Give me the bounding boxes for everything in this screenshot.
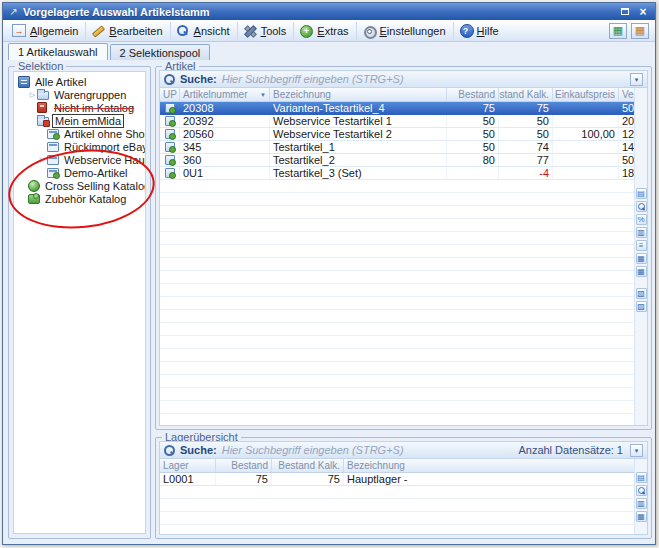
column-header-bezeichnung[interactable]: Bezeichnung — [270, 88, 447, 101]
selection-tree: Alle Artikel▷WarengruppenNicht im Katalo… — [13, 71, 146, 534]
cell-up — [160, 102, 180, 114]
cell-bezeichnung: Webservice Testartikel 2 — [270, 128, 447, 140]
artikel-search-bar[interactable]: Suche: Hier Suchbegriff eingeben (STRG+S… — [160, 71, 647, 88]
article-icon — [165, 142, 175, 152]
list-icon[interactable]: ≡ — [636, 240, 647, 251]
tab-selektionspool[interactable]: 2 Selektionspool — [110, 44, 211, 60]
table-icon[interactable]: ▦ — [636, 511, 647, 522]
table-row[interactable]: 345Testartikel_1507414 — [160, 141, 634, 154]
expand-icon[interactable]: ▷ — [28, 88, 37, 101]
tree-item-alle-artikel[interactable]: Alle Artikel — [14, 75, 145, 88]
column-header-einkaufspreis[interactable]: Einkaufspreis — [553, 88, 619, 101]
print-icon[interactable]: ▨ — [636, 301, 647, 312]
restore-button[interactable] — [618, 5, 632, 18]
tree-item-demo-artikel[interactable]: Demo-Artikel — [14, 166, 145, 179]
tree-item-mein-emmida[interactable]: Mein emMida — [14, 114, 145, 127]
search-options-button[interactable]: ▾ — [630, 73, 643, 86]
menu-item-hilfe[interactable]: Hilfe — [454, 22, 506, 40]
table-window-icon[interactable]: ▦ — [609, 23, 627, 39]
tree-item-cross-selling-katalog[interactable]: Cross Selling Katalog — [14, 179, 145, 192]
menu-label: Tools — [261, 25, 287, 37]
layout-icon[interactable]: ▥ — [636, 227, 647, 238]
percent-icon[interactable]: % — [636, 214, 647, 225]
expand-icon[interactable]: ▷ — [38, 153, 47, 166]
tree-label: Alle Artikel — [33, 76, 88, 88]
column-header-bestand[interactable]: Bestand — [447, 88, 499, 101]
db-green-icon — [47, 129, 59, 139]
menu-item-tools[interactable]: Tools — [238, 22, 295, 40]
folder-icon — [37, 91, 49, 100]
cell-artikelnummer: 20392 — [180, 115, 270, 127]
column-header-bezeichnung[interactable]: Bezeichnung — [344, 459, 647, 472]
cell-artikelnummer: 20308 — [180, 102, 270, 114]
cell-up — [160, 141, 180, 153]
db-blue-icon — [47, 142, 59, 152]
table-icon[interactable]: ▦ — [636, 253, 647, 264]
tab-artikelauswahl[interactable]: 1 Artikelauswahl — [8, 43, 108, 60]
cell-bestand-kalk: 74 — [499, 141, 553, 153]
menu-label: Einstellungen — [380, 25, 446, 37]
menu-item-ansicht[interactable]: Ansicht — [171, 22, 238, 40]
search-icon[interactable] — [636, 485, 647, 496]
column-header-bestand[interactable]: Bestand — [216, 459, 272, 472]
search-icon — [164, 445, 175, 456]
menu-item-bearbeiten[interactable]: Bearbeiten — [86, 22, 170, 40]
table-row[interactable]: 20392Webservice Testartikel 1505020, — [160, 115, 634, 128]
column-header-bestand-kalk[interactable]: Bestand Kalk. — [272, 459, 344, 472]
lager-search-bar[interactable]: Suche: Hier Suchbegriff eingeben (STRG+S… — [160, 442, 647, 459]
restore-icon — [621, 8, 629, 15]
cell-bestand-kalk: 75 — [272, 473, 344, 485]
cell-bestand — [447, 167, 499, 179]
column-header-lager[interactable]: Lager — [160, 459, 216, 472]
table-row[interactable]: 20560Webservice Testartikel 25050100,001… — [160, 128, 634, 141]
tree-item-nicht-im-katalog[interactable]: Nicht im Katalog — [14, 101, 145, 114]
table-blue-icon[interactable]: ▦ — [636, 266, 647, 277]
artikel-table: UPArtikelnummer▼BezeichnungBestandBestan… — [160, 88, 634, 425]
cell-bezeichnung: Webservice Testartikel 1 — [270, 115, 447, 127]
column-header-artikelnummer[interactable]: Artikelnummer▼ — [180, 88, 270, 101]
layout-icon[interactable]: ▥ — [636, 498, 647, 509]
tree-label: Webservice Hauptkategorie — [62, 154, 146, 166]
title-bar[interactable]: ↗ Vorgelagerte Auswahl Artikelstamm × — [3, 3, 655, 20]
export-icon[interactable]: ▧ — [636, 288, 647, 299]
lager-side-toolbar: ▤▥▦ — [634, 459, 647, 534]
tree-item-rückimport-ebay[interactable]: Rückimport eBay — [14, 140, 145, 153]
tree-item-webservice-hauptkategorie[interactable]: ▷Webservice Hauptkategorie — [14, 153, 145, 166]
menu-item-einstellungen[interactable]: Einstellungen — [357, 22, 454, 40]
search-options-button[interactable]: ▾ — [630, 444, 643, 457]
catalog-window-icon[interactable]: ▦ — [631, 23, 649, 39]
tree-item-warengruppen[interactable]: ▷Warengruppen — [14, 88, 145, 101]
search-icon[interactable] — [636, 201, 647, 212]
tree-label: Zubehör Katalog — [43, 193, 128, 205]
tree-item-artikel-ohne-shop-kategorie[interactable]: Artikel ohne Shop-Kategorie — [14, 127, 145, 140]
menu-item-allgemein[interactable]: Allgemein — [7, 22, 86, 40]
tree-label: Cross Selling Katalog — [43, 180, 146, 192]
table-row[interactable]: 360Testartikel_2807750, — [160, 154, 634, 167]
table-row[interactable]: 20308Varianten-Testartikel_4757550, — [160, 102, 634, 115]
tree-label: Nicht im Katalog — [52, 102, 136, 114]
column-header-bestand-kalk[interactable]: Bestand Kalk. — [499, 88, 553, 101]
content: Selektion Alle Artikel▷WarengruppenNicht… — [3, 60, 655, 544]
cell-bestand-kalk: 75 — [499, 102, 553, 114]
menu-item-extras[interactable]: Extras — [294, 22, 356, 40]
table-row[interactable]: L00017575Hauptlager - — [160, 473, 634, 486]
tree-item-zubehör-katalog[interactable]: Zubehör Katalog — [14, 192, 145, 205]
cell-einkaufspreis: 100,00 — [553, 128, 619, 140]
window-title: Vorgelagerte Auswahl Artikelstamm — [23, 6, 614, 18]
cell-bestand: 75 — [447, 102, 499, 114]
search-placeholder: Hier Suchbegriff eingeben (STRG+S) — [222, 73, 404, 85]
grid-view-icon[interactable]: ▤ — [636, 472, 647, 483]
close-button[interactable]: × — [636, 5, 650, 18]
cell-einkaufspreis — [553, 141, 619, 153]
column-header-up[interactable]: UP — [160, 88, 180, 101]
tree-label: Artikel ohne Shop-Kategorie — [62, 128, 146, 140]
tree-label: Warengruppen — [52, 89, 128, 101]
cell-up — [160, 128, 180, 140]
search-label: Suche: — [180, 73, 217, 85]
article-icon — [165, 155, 175, 165]
menu-bar-items: AllgemeinBearbeitenAnsichtToolsExtrasEin… — [7, 20, 506, 41]
cell-bestand-kalk: 50 — [499, 128, 553, 140]
grid-view-icon[interactable]: ▤ — [636, 188, 647, 199]
cell-bezeichnung: Testartikel_1 — [270, 141, 447, 153]
table-row[interactable]: 0U1Testartikel_3 (Set)-418, — [160, 167, 634, 180]
